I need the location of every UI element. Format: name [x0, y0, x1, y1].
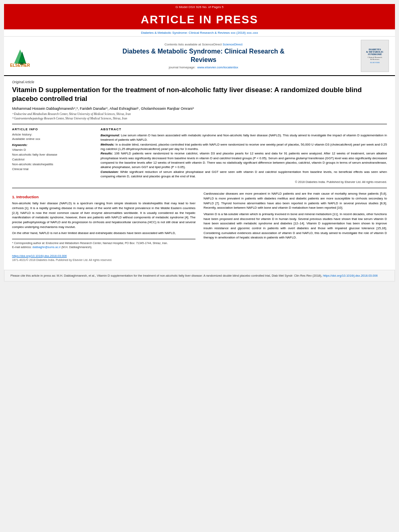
journal-title-line2: Reviews	[191, 56, 216, 63]
intro-para2: On the other hand, NAFLD is not a liver …	[12, 231, 195, 236]
svg-text:ELSEVIER: ELSEVIER	[10, 63, 30, 68]
footnote-corresponding: * Corresponding author at: Endocrine and…	[12, 241, 195, 245]
abstract-col: ABSTRACT Background: Low serum vitamin D…	[101, 127, 387, 184]
article-available: Available online xxx	[12, 137, 93, 141]
journal-header: ELSEVIER Contents lists available at Sci…	[4, 37, 395, 76]
methods-label: Methods:	[101, 143, 115, 146]
article-info-col: ARTICLE INFO Article history: Available …	[12, 127, 93, 184]
journal-homepage: journal homepage: www.elsevier.com/locat…	[52, 66, 355, 69]
divider-1	[12, 124, 387, 124]
journal-subtitle: Diabetes & Metabolic Syndrome: Clinical …	[4, 29, 395, 37]
elsevier-logo: ELSEVIER	[10, 43, 46, 68]
background-label: Background:	[101, 134, 120, 137]
aip-bar: ARTICLE IN PRESS	[4, 10, 395, 29]
info-abstract-columns: ARTICLE INFO Article history: Available …	[12, 127, 387, 184]
background-text: Low serum vitamin D has been associated …	[101, 134, 387, 142]
article-history-label: Article history:	[12, 133, 93, 136]
keyword-4: Non-alcoholic steatohepatitis	[12, 162, 93, 167]
body-left-col: 1. Introduction Non-alcoholic fatty live…	[12, 191, 195, 261]
methods-text: In a double blind, randomized, placebo c…	[101, 143, 387, 151]
results-label: Results:	[101, 152, 113, 155]
article-title: Vitamin D supplementation for the treatm…	[12, 86, 387, 103]
abstract-text: Background: Low serum vitamin D has been…	[101, 133, 387, 179]
abstract-title: ABSTRACT	[101, 127, 387, 131]
top-banner: G Model DSX 926 No. of Pages 5	[4, 4, 395, 10]
keyword-1: Vitamin D	[12, 148, 93, 152]
svg-marker-1	[14, 49, 26, 64]
keyword-3: Calcitriol	[12, 157, 93, 162]
authors: Mohammad Hossein Dabbaghmaneshᵃ,*, Farid…	[12, 107, 387, 111]
journal-title-line1: Diabetes & Metabolic Syndrome: Clinical …	[123, 48, 285, 55]
license-text: 1871-4021/© 2018 Diabetes India. Publish…	[12, 259, 112, 261]
keyword-2: Non-alcoholic fatty liver disease	[12, 152, 93, 157]
journal-title: Diabetes & Metabolic Syndrome: Clinical …	[52, 47, 355, 64]
conclusion-text: While significant reduction of serum alk…	[101, 170, 387, 178]
copyright-text: © 2018 Diabetes India. Published by Else…	[101, 180, 387, 184]
article-info-title: ARTICLE INFO	[12, 127, 93, 131]
conclusion-label: Conclusion:	[101, 170, 119, 174]
authors-text: Mohammad Hossein Dabbaghmaneshᵃ,*, Farid…	[12, 107, 194, 111]
doi-section: https://doi.org/10.1016/j.dsx.2018.03.00…	[12, 253, 195, 262]
email-label: E-mail address:	[12, 246, 32, 249]
homepage-label: journal homepage:	[169, 66, 195, 69]
page: G Model DSX 926 No. of Pages 5 ARTICLE I…	[4, 4, 395, 281]
doi-link[interactable]: https://doi.org/10.1016/j.dsx.2018.03.00…	[12, 254, 195, 258]
affiliation-a: ᵃ Endocrine and Metabolism Research Cent…	[12, 112, 387, 117]
intro-para1: Non-alcoholic fatty liver disease (NAFLD…	[12, 201, 195, 229]
citation-bar: Please cite this article in press as: M.…	[4, 270, 395, 281]
divider-2	[12, 188, 387, 188]
gmodel-text: G Model DSX 926 No. of Pages 5	[175, 5, 224, 9]
body-right-col: Cardiovascular diseases are more prevale…	[204, 191, 387, 261]
aip-text: ARTICLE IN PRESS	[141, 13, 258, 26]
journal-title-block: Contents lists available at ScienceDirec…	[52, 43, 355, 70]
footnote-email: E-mail address: dabbaghn@sums.ac.ir (M.H…	[12, 245, 195, 249]
footnote-section: * Corresponding author at: Endocrine and…	[12, 239, 195, 249]
article-type: Original Article	[12, 80, 387, 84]
results-text: 106 NAFLD patients were randomized to re…	[101, 152, 387, 169]
sciencedirect-link[interactable]: ScienceDirect	[223, 43, 243, 46]
citation-text: Please cite this article in press as: M.…	[10, 274, 322, 277]
affiliation-b: ᵇ Gastroenterohepatology Research Center…	[12, 117, 387, 121]
citation-url[interactable]: https://doi.org/10.1016/j.dsx.2018.03.00…	[323, 274, 378, 277]
email-link[interactable]: dabbaghn@sums.ac.ir	[33, 246, 61, 249]
contents-text: Contents lists available at ScienceDirec…	[165, 43, 222, 46]
email-name: (M.H. Dabbaghmanesh).	[62, 246, 93, 249]
sciencedirect-note: Contents lists available at ScienceDirec…	[52, 43, 355, 46]
body-columns: 1. Introduction Non-alcoholic fatty live…	[12, 191, 387, 261]
homepage-url[interactable]: www.elsevier.com/locate/dsx	[197, 66, 238, 69]
journal-thumbnail: DIABETES& METABOLICSYNDROME Clinical Res…	[361, 40, 389, 72]
intro-para4: Vitamin D is a fat-soluble vitamin which…	[204, 212, 387, 240]
keyword-5: Clinical trial	[12, 167, 93, 172]
intro-para3: Cardiovascular diseases are more prevale…	[204, 191, 387, 210]
keywords-label: Keywords:	[12, 143, 93, 147]
main-content: Original Article Vitamin D supplementati…	[4, 76, 395, 266]
affiliations: ᵃ Endocrine and Metabolism Research Cent…	[12, 112, 387, 121]
journal-subtitle-text: Diabetes & Metabolic Syndrome: Clinical …	[141, 31, 258, 35]
intro-section-title: 1. Introduction	[12, 195, 195, 199]
